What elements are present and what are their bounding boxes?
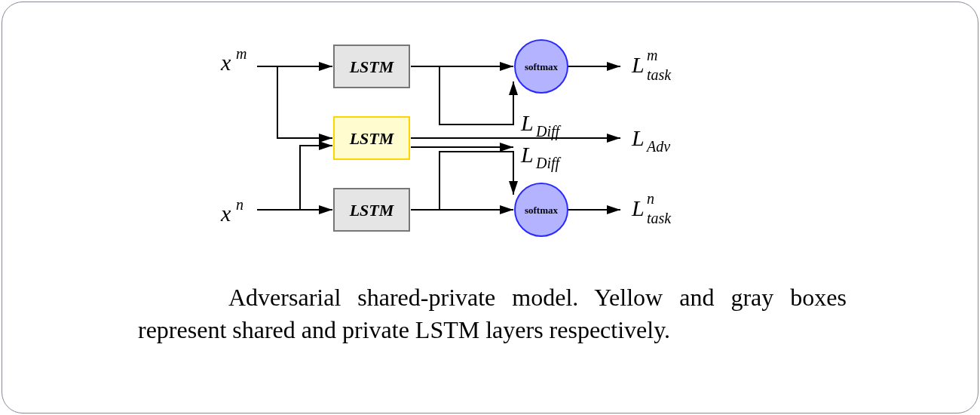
svg-text:softmax: softmax bbox=[525, 61, 559, 72]
svg-text:L: L bbox=[520, 142, 534, 167]
routing-lines bbox=[257, 66, 620, 210]
input-x-n: x n bbox=[220, 196, 243, 226]
figure-caption: Adversarial shared-private model. Yellow… bbox=[138, 281, 847, 346]
lstm-bottom: LSTM bbox=[334, 189, 409, 231]
svg-text:Diff: Diff bbox=[535, 155, 562, 172]
svg-text:LSTM: LSTM bbox=[349, 57, 395, 76]
svg-text:softmax: softmax bbox=[525, 204, 559, 216]
input-x-m: x m bbox=[220, 45, 247, 75]
svg-text:L: L bbox=[631, 52, 645, 77]
svg-text:m: m bbox=[647, 47, 657, 63]
diagram-container: x m x n bbox=[213, 25, 756, 251]
svg-text:L: L bbox=[520, 110, 534, 135]
svg-text:L: L bbox=[631, 195, 645, 220]
svg-text:task: task bbox=[647, 66, 672, 83]
svg-text:LSTM: LSTM bbox=[349, 129, 395, 148]
svg-text:m: m bbox=[236, 45, 247, 62]
svg-text:Adv: Adv bbox=[645, 138, 670, 155]
svg-text:L: L bbox=[631, 125, 645, 150]
svg-text:Diff: Diff bbox=[535, 123, 562, 140]
output-L-adv: L Adv bbox=[631, 125, 670, 155]
lstm-top: LSTM bbox=[334, 45, 409, 88]
svg-text:LSTM: LSTM bbox=[349, 201, 395, 220]
svg-text:x: x bbox=[220, 50, 231, 75]
lstm-shared: LSTM bbox=[334, 117, 409, 159]
figure-frame: x m x n bbox=[2, 2, 978, 413]
output-L-task-n: L n task bbox=[631, 190, 672, 226]
svg-text:x: x bbox=[220, 201, 231, 226]
output-L-diff-bot: L Diff bbox=[520, 142, 562, 172]
svg-text:n: n bbox=[647, 190, 654, 207]
output-L-task-m: L m task bbox=[631, 47, 672, 83]
softmax-bottom: softmax bbox=[515, 183, 568, 236]
caption-text: Adversarial shared-private model. Yellow… bbox=[138, 284, 847, 343]
output-L-diff-top: L Diff bbox=[520, 110, 562, 140]
svg-text:n: n bbox=[236, 196, 243, 213]
svg-text:task: task bbox=[647, 210, 672, 226]
softmax-top: softmax bbox=[515, 40, 568, 93]
